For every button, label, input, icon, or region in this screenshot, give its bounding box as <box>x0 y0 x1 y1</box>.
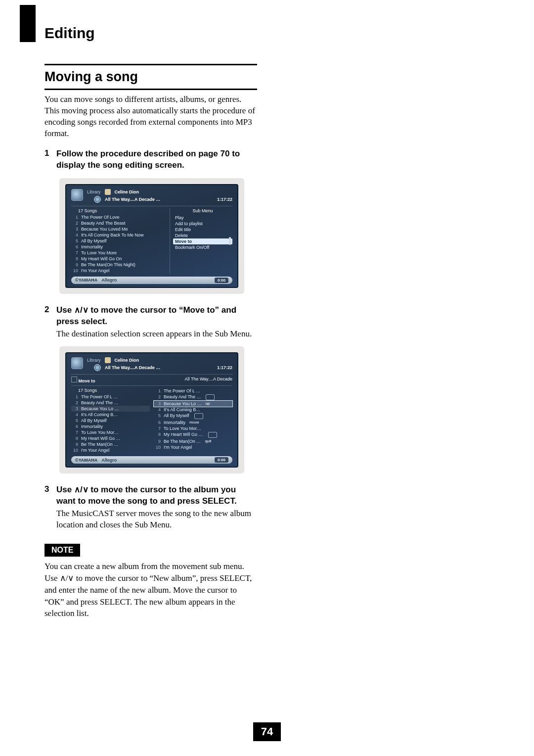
list-item[interactable]: 7To Love You Mor… <box>71 429 150 435</box>
now-playing-track: Allegro <box>101 458 117 463</box>
step-body: The destination selection screen appears… <box>56 329 257 340</box>
list-item[interactable]: 2Beauty And The … <box>154 394 232 401</box>
artist-icon <box>105 189 111 195</box>
song-list-left[interactable]: 1The Power Of L …2Beauty And The …3Becau… <box>71 394 150 453</box>
step-number: 3 <box>44 484 56 531</box>
list-item[interactable]: 1The Power Of L … <box>71 394 150 400</box>
list-item[interactable]: 3Because You Loved Me <box>71 226 166 232</box>
screenshot-1-frame: Library Celine Dion All The Way....A Dec… <box>59 178 244 294</box>
playback-time: 0:00 <box>215 457 228 463</box>
list-item[interactable]: 1The Power Of Love <box>71 214 166 220</box>
step-heading: Use ∧/∨ to move the cursor to “Move to” … <box>56 305 257 328</box>
up-icon[interactable] <box>206 394 215 400</box>
list-item[interactable]: 4It's All Coming Back To Me Now <box>71 232 166 238</box>
list-item[interactable]: 7To Love You Mor… <box>154 425 232 431</box>
list-item[interactable]: 5All By Myself <box>71 418 150 424</box>
submenu-title: Sub Menu <box>173 208 232 213</box>
step-1: 1 Follow the procedure described on page… <box>44 148 257 171</box>
scrollbar-thumb[interactable] <box>229 237 231 245</box>
list-item[interactable]: 3Because You Lo …up <box>154 401 232 407</box>
list-item[interactable]: 9Be The Man(On This Night) <box>71 262 166 268</box>
app-icon <box>71 189 83 201</box>
list-item[interactable]: 5All By Myself <box>154 413 232 420</box>
song-list[interactable]: 1The Power Of Love2Beauty And The Beast3… <box>71 214 166 274</box>
note-badge: NOTE <box>44 544 80 557</box>
list-item[interactable]: 5All By Myself <box>71 238 166 244</box>
list-item[interactable]: 9Be The Man(On …quit <box>154 438 232 444</box>
list-item[interactable]: 10I'm Your Angel <box>71 268 166 274</box>
songs-label: Songs <box>85 208 97 213</box>
step-number: 2 <box>44 305 56 340</box>
submenu-item[interactable]: Bookmark On/Off <box>173 244 232 250</box>
rule-top <box>44 64 257 65</box>
chapter-title: Editing <box>44 25 490 42</box>
step-heading: Follow the procedure described on page 7… <box>56 148 257 171</box>
list-item[interactable]: 10I'm Your Angel <box>71 447 150 453</box>
close-icon[interactable] <box>208 432 217 438</box>
album-icon <box>94 196 101 203</box>
album-duration: 1:17:22 <box>217 197 232 202</box>
list-item[interactable]: 10I'm Your Angel <box>154 444 232 450</box>
step-number: 1 <box>44 148 56 171</box>
artist-icon <box>105 357 111 363</box>
side-tab <box>20 5 36 42</box>
breadcrumb: Library Celine Dion All The Way....A Dec… <box>87 357 232 371</box>
list-item[interactable]: 4It's All Coming B… <box>71 412 150 418</box>
now-playing-track: Allegro <box>101 278 117 283</box>
list-item[interactable]: 8My Heart Will Go … <box>71 435 150 441</box>
list-item[interactable]: 7To Love You More <box>71 250 166 256</box>
brand-label: ©YAMAHA <box>75 458 97 463</box>
album-icon <box>94 364 101 371</box>
screenshot-2: Library Celine Dion All The Way....A Dec… <box>65 352 238 468</box>
list-item[interactable]: 2Beauty And The … <box>71 400 150 406</box>
list-item[interactable]: 4It's All Coming B… <box>154 407 232 413</box>
brand-label: ©YAMAHA <box>75 278 97 283</box>
rule-bottom <box>44 89 257 90</box>
list-item[interactable]: 3Because You Lo … <box>71 406 150 412</box>
app-icon <box>71 357 83 369</box>
submenu-item[interactable]: Play <box>173 215 232 221</box>
step-body: The MusicCAST server moves the song to t… <box>56 508 257 531</box>
songs-label: Songs <box>85 388 97 393</box>
destination-album: All The Way....A Decade <box>185 377 232 383</box>
screenshot-1: Library Celine Dion All The Way....A Dec… <box>65 184 238 288</box>
step-2: 2 Use ∧/∨ to move the cursor to “Move to… <box>44 305 257 340</box>
breadcrumb: Library Celine Dion All The Way....A Dec… <box>87 189 232 203</box>
submenu-item[interactable]: Edit title <box>173 227 232 233</box>
list-item[interactable]: 8My Heart Will Go … <box>154 431 232 438</box>
breadcrumb-library: Library <box>87 358 101 363</box>
breadcrumb-album: All The Way....A Decade … <box>105 197 160 202</box>
list-item[interactable]: 6Immortality <box>71 244 166 250</box>
page-number: 74 <box>253 722 281 741</box>
destination-list[interactable]: 1The Power Of L …2Beauty And The …3Becau… <box>154 388 232 450</box>
status-bar: ©YAMAHA Allegro 0:00 <box>71 456 232 464</box>
submenu-item[interactable]: Delete <box>173 233 232 238</box>
submenu[interactable]: PlayAdd to playlistEdit titleDeleteMove … <box>173 215 232 250</box>
list-item[interactable]: 8My Heart Will Go On <box>71 256 166 262</box>
playback-time: 0:00 <box>215 278 228 283</box>
breadcrumb-artist: Celine Dion <box>115 358 139 363</box>
screenshot-2-frame: Library Celine Dion All The Way....A Dec… <box>59 346 244 473</box>
song-count: 17 <box>78 388 83 393</box>
move-icon[interactable] <box>194 413 203 419</box>
song-count: 17 <box>78 208 83 213</box>
note-text: You can create a new album from the move… <box>44 561 257 619</box>
list-item[interactable]: 6Immortalitymove <box>154 420 232 425</box>
section-title: Moving a song <box>44 69 257 85</box>
list-item[interactable]: 9Be The Man(On … <box>71 441 150 447</box>
list-item[interactable]: 2Beauty And The Beast <box>71 220 166 226</box>
list-item[interactable]: 6Immortality <box>71 424 150 429</box>
step-heading: Use ∧/∨ to move the cursor to the album … <box>56 484 257 507</box>
album-duration: 1:17:22 <box>217 365 232 370</box>
move-to-label: Move to <box>79 378 95 383</box>
back-icon[interactable] <box>71 377 77 382</box>
submenu-item[interactable]: Move to <box>173 238 232 244</box>
submenu-item[interactable]: Add to playlist <box>173 221 232 227</box>
status-bar: ©YAMAHA Allegro 0:00 <box>71 277 232 284</box>
section-intro: You can move songs to different artists,… <box>44 94 257 140</box>
list-item[interactable]: 1The Power Of L … <box>154 388 232 394</box>
breadcrumb-album: All The Way....A Decade … <box>105 365 160 370</box>
breadcrumb-artist: Celine Dion <box>115 189 139 194</box>
breadcrumb-library: Library <box>87 189 101 194</box>
step-3: 3 Use ∧/∨ to move the cursor to the albu… <box>44 484 257 531</box>
